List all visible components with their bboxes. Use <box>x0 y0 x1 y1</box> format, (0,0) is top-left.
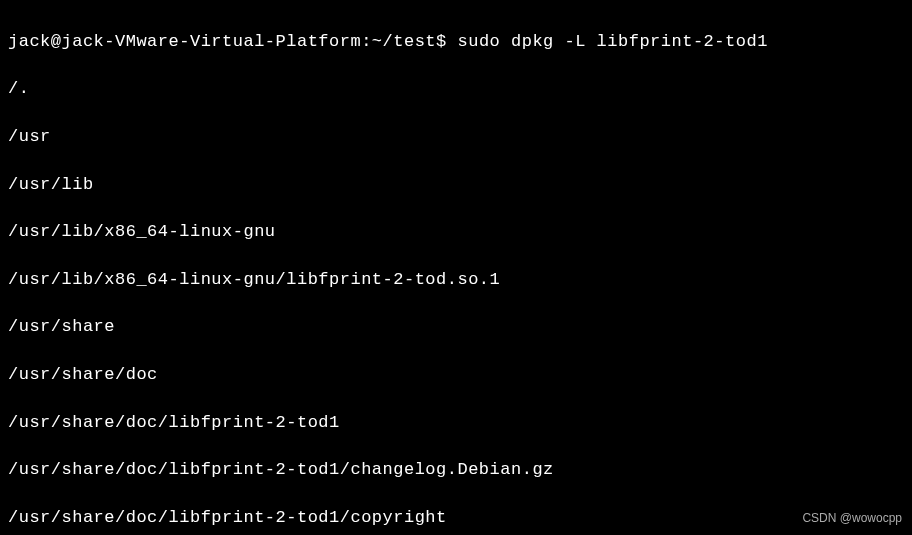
output-line: /usr/share/doc/libfprint-2-tod1/changelo… <box>8 458 904 482</box>
output-line: /usr/share/doc <box>8 363 904 387</box>
output-line: /usr <box>8 125 904 149</box>
command-line-1: jack@jack-VMware-Virtual-Platform:~/test… <box>8 30 904 54</box>
output-line: /usr/lib/x86_64-linux-gnu <box>8 220 904 244</box>
terminal-output[interactable]: jack@jack-VMware-Virtual-Platform:~/test… <box>8 6 904 535</box>
command-text: sudo dpkg -L libfprint-2-tod1 <box>457 32 767 51</box>
output-line: /usr/share/doc/libfprint-2-tod1 <box>8 411 904 435</box>
watermark-text: CSDN @wowocpp <box>802 510 902 527</box>
output-line: /usr/share <box>8 315 904 339</box>
output-line: /usr/share/doc/libfprint-2-tod1/copyrigh… <box>8 506 904 530</box>
output-line: /usr/lib/x86_64-linux-gnu/libfprint-2-to… <box>8 268 904 292</box>
output-line: /usr/lib <box>8 173 904 197</box>
output-line: /. <box>8 77 904 101</box>
prompt: jack@jack-VMware-Virtual-Platform:~/test… <box>8 32 457 51</box>
